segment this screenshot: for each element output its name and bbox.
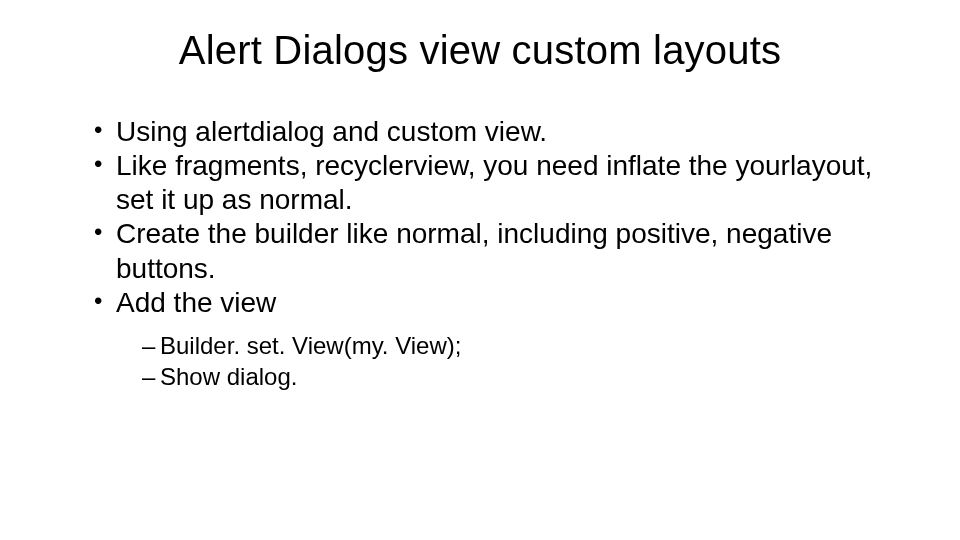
list-item: Create the builder like normal, includin… [94, 217, 888, 285]
slide-title: Alert Dialogs view custom layouts [72, 28, 888, 73]
list-item-text: Using alertdialog and custom view. [116, 116, 547, 147]
list-item-text: Create the builder like normal, includin… [116, 218, 832, 283]
list-item: Using alertdialog and custom view. [94, 115, 888, 149]
list-item-text: Like fragments, recyclerview, you need i… [116, 150, 872, 215]
sub-bullet-list: Builder. set. View(my. View); Show dialo… [116, 330, 888, 392]
list-item: Like fragments, recyclerview, you need i… [94, 149, 888, 217]
list-item-text: Add the view [116, 287, 276, 318]
list-item: Show dialog. [142, 361, 888, 392]
bullet-list: Using alertdialog and custom view. Like … [72, 115, 888, 392]
slide: Alert Dialogs view custom layouts Using … [0, 0, 960, 540]
list-item: Add the view Builder. set. View(my. View… [94, 286, 888, 393]
list-item-text: Show dialog. [160, 363, 297, 390]
list-item: Builder. set. View(my. View); [142, 330, 888, 361]
list-item-text: Builder. set. View(my. View); [160, 332, 461, 359]
